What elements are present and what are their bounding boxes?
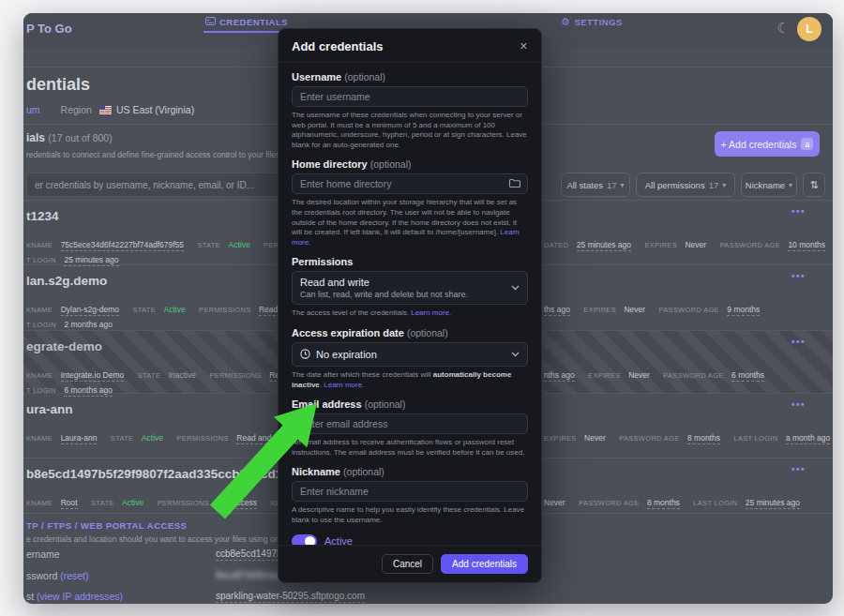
credential-title: egrate-demo xyxy=(26,339,102,353)
last-login-label: T LOGIN xyxy=(26,256,56,264)
nickname-label: KNAME xyxy=(26,241,53,249)
tab-credentials-label: CREDENTIALS xyxy=(219,17,288,27)
expires-label: EXPIRES xyxy=(544,434,577,443)
last-login-value[interactable]: 25 minutes ago xyxy=(746,498,800,509)
credential-meta-right: EXPIRES Never PASSWORD AGE 8 months LAST… xyxy=(544,428,833,444)
password-age-value[interactable]: 9 months xyxy=(727,305,760,316)
tab-settings[interactable]: ⚙ SETTINGS xyxy=(561,13,623,31)
filter-all-permissions-count: 17 xyxy=(709,180,719,190)
expiration-selected-value: No expiration xyxy=(316,349,377,360)
updated-label: DATED xyxy=(544,241,568,249)
username-input[interactable] xyxy=(292,86,528,107)
chevron-down-icon: ▾ xyxy=(722,181,726,189)
optional-tag: (optional) xyxy=(407,327,448,338)
row-menu-button[interactable]: ••• xyxy=(791,337,806,347)
row-menu-button[interactable]: ••• xyxy=(791,399,806,410)
expires-label: EXPIRES xyxy=(583,306,616,314)
nickname-input[interactable] xyxy=(292,481,528,502)
state-value: Active xyxy=(163,305,185,314)
clock-icon xyxy=(300,346,310,363)
expiration-select[interactable]: No expiration xyxy=(292,342,528,367)
credential-meta-right: Never PASSWORD AGE 8 months LAST LOGIN 2… xyxy=(544,492,809,509)
permissions-value[interactable]: Full access xyxy=(218,498,258,509)
access-section-heading: TP / FTPS / WEB PORTAL ACCESS xyxy=(26,520,187,531)
expiration-label-text: Access expiration date xyxy=(292,327,404,338)
add-credentials-button[interactable]: + Add credentials a xyxy=(715,131,820,157)
host-label-text: st xyxy=(26,591,34,602)
nickname-label-text: Nickname xyxy=(292,466,340,477)
folder-icon[interactable] xyxy=(508,177,521,189)
learn-more-link[interactable]: Learn more. xyxy=(324,381,364,389)
row-menu-button[interactable]: ••• xyxy=(791,206,806,217)
cancel-button[interactable]: Cancel xyxy=(382,554,433,574)
sort-by-nickname[interactable]: Nickname ▾ xyxy=(741,173,797,197)
password-reset-link[interactable]: (reset) xyxy=(60,570,88,581)
credential-meta-right: nths ago EXPIRES Never PASSWORD AGE 6 mo… xyxy=(544,365,774,382)
state-value: Active xyxy=(229,240,250,249)
learn-more-link[interactable]: Learn more. xyxy=(411,308,451,317)
plan-link-fragment[interactable]: um xyxy=(26,104,40,115)
permissions-label: PERMISSIONS xyxy=(158,499,209,507)
submit-add-credentials-button[interactable]: Add credentials xyxy=(441,554,528,574)
us-flag-icon xyxy=(99,106,112,114)
active-toggle[interactable] xyxy=(292,534,317,546)
region-label: Region xyxy=(61,104,92,115)
last-login-value[interactable]: a month ago xyxy=(786,433,830,444)
permissions-help: The access level of the credentials. Lea… xyxy=(292,308,528,319)
expires-value: Never xyxy=(584,433,606,443)
password-age-value[interactable]: 6 months xyxy=(731,370,764,382)
username-help: The username of these credentials when c… xyxy=(292,111,528,150)
permissions-selected-description: Can list, read, write and delete but not… xyxy=(300,290,505,299)
updated-value[interactable]: nths ago xyxy=(544,370,575,382)
dark-mode-toggle-icon[interactable]: ☾ xyxy=(777,20,790,37)
active-toggle-row: Active xyxy=(292,534,528,546)
expiration-section: Access expiration date (optional) No exp… xyxy=(292,327,528,390)
nickname-value[interactable]: Root xyxy=(61,498,78,509)
home-directory-input[interactable] xyxy=(292,173,528,194)
permissions-select[interactable]: Read and write Can list, read, write and… xyxy=(292,271,528,305)
password-age-value[interactable]: 10 months xyxy=(788,240,825,251)
expires-label: EXPIRES xyxy=(588,371,621,380)
expires-value: Never xyxy=(685,240,706,249)
username-field-label: Username (optional) xyxy=(292,71,528,83)
expires-value: Never xyxy=(544,498,565,507)
password-age-value[interactable]: 8 months xyxy=(687,433,720,444)
view-ip-addresses-link[interactable]: (view IP addresses) xyxy=(37,591,123,602)
filter-all-states[interactable]: All states 17 ▾ xyxy=(561,173,630,197)
last-login-label: LAST LOGIN xyxy=(693,499,737,507)
updated-value[interactable]: ths ago xyxy=(544,305,570,316)
username-section: Username (optional) The username of thes… xyxy=(292,71,528,150)
filter-all-permissions[interactable]: All permissions 17 ▾ xyxy=(636,173,735,197)
modal-header: Add credentials ✕ xyxy=(279,29,541,63)
access-host-value[interactable]: sparkling-water-50295.sftptogo.com xyxy=(216,591,365,603)
credential-title: ura-ann xyxy=(26,402,73,416)
last-login-label: T LOGIN xyxy=(26,321,56,329)
email-input[interactable] xyxy=(292,413,528,434)
password-age-label: PASSWORD AGE xyxy=(659,306,719,314)
permissions-selected-value: Read and write xyxy=(300,277,505,288)
access-host-label: st (view IP addresses) xyxy=(26,591,123,602)
credential-meta-line2: T LOGIN 2 months ago xyxy=(26,314,122,331)
home-directory-label-text: Home directory xyxy=(292,158,368,170)
permissions-section: Permissions Read and write Can list, rea… xyxy=(292,256,528,319)
close-icon[interactable]: ✕ xyxy=(520,40,528,53)
nickname-value[interactable]: Laura-ann xyxy=(61,433,98,444)
password-age-label: PASSWORD AGE xyxy=(720,241,780,249)
avatar[interactable]: L xyxy=(797,17,821,41)
password-age-label: PASSWORD AGE xyxy=(619,434,679,443)
sort-direction-button[interactable]: ⇅ xyxy=(803,173,825,197)
email-field-label: Email address (optional) xyxy=(292,398,528,410)
permissions-label: PERMISSIONS xyxy=(176,434,228,443)
row-menu-button[interactable]: ••• xyxy=(791,464,806,474)
row-menu-button[interactable]: ••• xyxy=(791,271,806,281)
email-help: An email address to receive authenticati… xyxy=(292,438,528,458)
permissions-label: PERMISSIONS xyxy=(199,306,250,314)
optional-tag: (optional) xyxy=(343,466,384,477)
state-value: Inactive xyxy=(169,370,196,380)
credentials-card-icon xyxy=(205,17,216,27)
expiration-field-label: Access expiration date (optional) xyxy=(292,327,528,338)
updated-value[interactable]: 25 minutes ago xyxy=(577,240,631,251)
modal-title: Add credentials xyxy=(292,39,384,53)
home-directory-field-label: Home directory (optional) xyxy=(292,158,528,170)
password-age-value[interactable]: 8 months xyxy=(647,498,680,509)
